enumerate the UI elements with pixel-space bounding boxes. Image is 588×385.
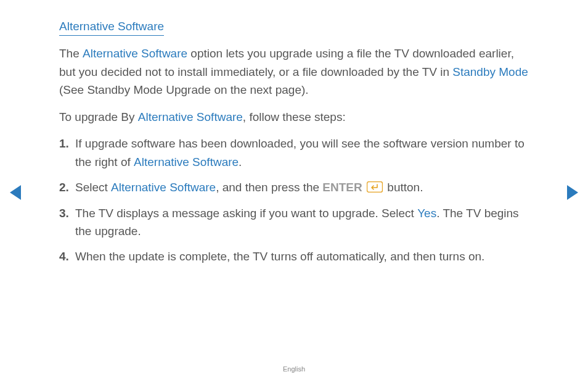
keyword-alternative-software: Alternative Software [83,47,187,60]
keyword-alternative-software: Alternative Software [111,181,216,194]
keyword-standby-mode: Standby Mode [452,65,528,78]
enter-icon [367,180,383,191]
text: The [59,47,83,60]
lead-paragraph: To upgrade By Alternative Software, foll… [59,108,529,126]
text: button. [384,181,423,194]
steps-list: If upgrade software has been downloaded,… [59,135,529,266]
list-item: The TV displays a message asking if you … [75,204,529,241]
text: , and then press the [216,181,322,194]
section-heading: Alternative Software [59,17,164,36]
svg-rect-0 [367,182,383,192]
keyword-alternative-software: Alternative Software [138,110,243,123]
nav-prev-arrow-icon[interactable] [10,185,21,200]
list-item: Select Alternative Software, and then pr… [75,178,529,196]
text: . [239,155,242,168]
keyword-enter: ENTER [322,181,362,194]
text: To upgrade By [59,110,138,123]
text: When the update is complete, the TV turn… [75,250,484,263]
page-content: Alternative Software The Alternative Sof… [0,0,588,266]
keyword-yes: Yes [417,207,436,220]
text: , follow these steps: [243,110,346,123]
keyword-alternative-software: Alternative Software [134,155,239,168]
list-item: If upgrade software has been downloaded,… [75,135,529,171]
nav-next-arrow-icon[interactable] [567,185,578,200]
text: (See Standby Mode Upgrade on the next pa… [59,83,309,96]
text: Select [75,181,111,194]
footer-language: English [0,365,588,373]
intro-paragraph: The Alternative Software option lets you… [59,44,529,99]
text: The TV displays a message asking if you … [75,207,417,220]
list-item: When the update is complete, the TV turn… [75,247,529,265]
